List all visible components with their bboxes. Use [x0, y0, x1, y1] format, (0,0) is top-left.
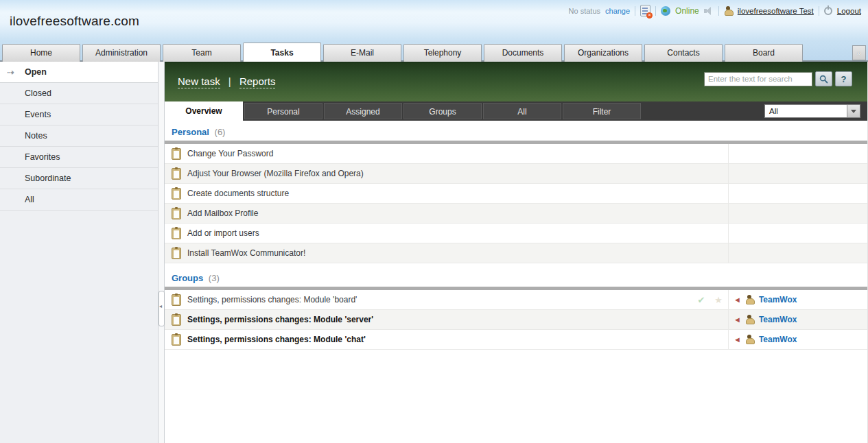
task-row[interactable]: Change Your Password	[165, 144, 867, 164]
task-icon	[172, 228, 181, 239]
sidebar-item-favorites[interactable]: Favorites	[0, 147, 158, 168]
task-title[interactable]: Install TeamWox Communicator!	[187, 248, 305, 258]
subtab-overview[interactable]: Overview	[165, 101, 243, 121]
check-icon[interactable]: ✔	[697, 295, 705, 305]
task-title[interactable]: Settings, permissions changes: Module 'b…	[187, 295, 357, 304]
sidebar: ⇢ Open Closed Events Notes Favorites Sub…	[0, 62, 159, 443]
tab-telephony[interactable]: Telephony	[403, 44, 482, 62]
sidebar-item-all[interactable]: All	[0, 189, 158, 211]
sidebar-item-closed[interactable]: Closed	[0, 83, 158, 104]
help-button[interactable]: ?	[835, 71, 852, 86]
task-row[interactable]: Install TeamWox Communicator!	[165, 243, 867, 263]
task-title[interactable]: Settings, permissions changes: Module 'c…	[187, 335, 366, 344]
speaker-icon[interactable]	[704, 7, 714, 15]
help-icon: ?	[841, 74, 847, 84]
tab-home[interactable]: Home	[2, 44, 80, 62]
tab-tasks[interactable]: Tasks	[243, 43, 321, 62]
tab-email[interactable]: E-Mail	[323, 44, 401, 62]
search-button[interactable]	[815, 71, 832, 86]
assignee-link[interactable]: TeamWox	[759, 335, 797, 344]
task-title[interactable]: Add Mailbox Profile	[187, 208, 258, 218]
task-title[interactable]: Change Your Password	[187, 149, 273, 158]
main-content: New task | Reports ? Overview Personal A…	[165, 62, 868, 443]
status-change-link[interactable]: change	[605, 7, 630, 15]
task-assignee-cell: ◄ TeamWox	[728, 290, 867, 309]
sidebar-splitter	[159, 62, 165, 443]
tabs-overflow-button[interactable]: »	[852, 45, 866, 60]
sidebar-item-label: Closed	[25, 88, 51, 98]
assignee-link[interactable]: TeamWox	[759, 295, 797, 304]
sidebar-item-notes[interactable]: Notes	[0, 125, 158, 147]
tab-administration[interactable]: Administration	[82, 44, 161, 62]
online-status[interactable]: Online	[675, 6, 699, 16]
sidebar-item-label: All	[25, 195, 34, 204]
task-icon	[172, 294, 181, 306]
returned-arrow-icon: ◄	[734, 315, 741, 324]
task-icon	[172, 188, 181, 200]
main-tab-bar: Home Administration Team Tasks E-Mail Te…	[0, 41, 868, 62]
filter-dropdown[interactable]: All	[764, 104, 860, 118]
task-assignee-cell	[728, 243, 867, 263]
subtab-filter[interactable]: Filter	[563, 103, 641, 119]
user-profile-link[interactable]: ilovefreesoftware Test	[738, 7, 814, 15]
search-input[interactable]	[704, 72, 812, 86]
status-badge: ✕	[646, 12, 653, 19]
assignee-link[interactable]: TeamWox	[759, 315, 797, 324]
subtab-all[interactable]: All	[483, 103, 561, 119]
search-icon	[819, 75, 828, 84]
task-cell: Settings, permissions changes: Module 's…	[165, 310, 728, 329]
task-icon	[172, 168, 181, 180]
assignee-avatar-icon	[745, 315, 754, 324]
sidebar-item-label: Open	[25, 67, 47, 77]
status-text: No status	[569, 7, 600, 15]
sub-tab-bar: Overview Personal Assigned Groups All Fi…	[165, 101, 867, 121]
task-row[interactable]: Settings, permissions changes: Module 'c…	[165, 330, 867, 350]
new-task-link[interactable]: New task	[178, 75, 220, 88]
task-row[interactable]: Settings, permissions changes: Module 'b…	[165, 290, 867, 310]
tab-board[interactable]: Board	[725, 44, 803, 62]
task-title[interactable]: Add or import users	[187, 228, 259, 238]
task-row[interactable]: Settings, permissions changes: Module 's…	[165, 310, 867, 330]
task-cell: Add or import users	[165, 224, 728, 243]
reports-link[interactable]: Reports	[239, 75, 276, 88]
logout-link[interactable]: Logout	[837, 7, 861, 15]
tasks-toolbar: New task | Reports ?	[165, 62, 867, 101]
sidebar-item-label: Events	[25, 110, 51, 119]
task-cell: Adjust Your Browser (Mozilla Firefox and…	[165, 164, 728, 183]
task-assignee-cell: ◄ TeamWox	[728, 330, 867, 349]
sidebar-item-events[interactable]: Events	[0, 104, 158, 125]
tab-documents[interactable]: Documents	[484, 44, 562, 62]
task-assignee-cell: ◄ TeamWox	[728, 310, 867, 329]
personal-section-title[interactable]: Personal	[172, 127, 209, 137]
tab-team[interactable]: Team	[163, 44, 241, 62]
task-icon	[172, 148, 181, 160]
status-board-icon[interactable]: ✕	[640, 5, 650, 16]
task-cell: Create documents structure	[165, 184, 728, 203]
subtab-assigned[interactable]: Assigned	[324, 103, 402, 119]
tab-contacts[interactable]: Contacts	[644, 44, 723, 62]
dropdown-arrow-icon	[847, 105, 860, 117]
toolbar-divider: |	[228, 75, 231, 87]
personal-section-header: Personal (6)	[165, 121, 867, 141]
task-assignee-cell	[728, 164, 867, 183]
sidebar-item-subordinate[interactable]: Subordinate	[0, 168, 158, 189]
task-title[interactable]: Create documents structure	[187, 189, 289, 198]
task-row[interactable]: Add or import users	[165, 224, 867, 243]
sidebar-item-label: Subordinate	[25, 173, 71, 183]
row-hover-actions: ✔ ★	[697, 295, 723, 305]
tab-organizations[interactable]: Organizations	[564, 44, 642, 62]
star-icon[interactable]: ★	[714, 295, 723, 305]
task-row[interactable]: Adjust Your Browser (Mozilla Firefox and…	[165, 164, 867, 184]
task-row[interactable]: Create documents structure	[165, 184, 867, 204]
divider	[819, 6, 819, 16]
sidebar-collapse-handle[interactable]	[159, 291, 165, 326]
task-title[interactable]: Settings, permissions changes: Module 's…	[187, 315, 373, 324]
subtab-personal[interactable]: Personal	[244, 103, 322, 119]
power-icon	[824, 7, 832, 15]
groups-section-title[interactable]: Groups	[172, 273, 203, 283]
task-icon	[172, 334, 181, 346]
task-title[interactable]: Adjust Your Browser (Mozilla Firefox and…	[187, 169, 364, 178]
task-row[interactable]: Add Mailbox Profile	[165, 204, 867, 224]
subtab-groups[interactable]: Groups	[403, 103, 482, 119]
sidebar-item-open[interactable]: ⇢ Open	[0, 62, 158, 83]
